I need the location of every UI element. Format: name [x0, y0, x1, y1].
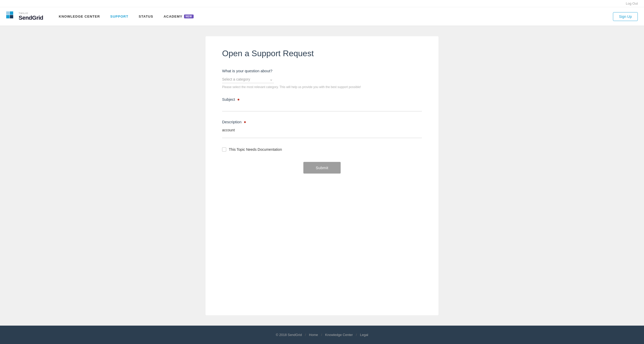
- logo-text: TWILIO SendGrid: [19, 12, 43, 21]
- nav-knowledge-center[interactable]: KNOWLEDGE CENTER: [59, 15, 100, 18]
- submit-button[interactable]: Submit: [303, 162, 341, 174]
- subject-label-row: Subject ●: [222, 97, 422, 102]
- description-input[interactable]: account: [222, 126, 422, 138]
- nav-status[interactable]: STATUS: [139, 15, 153, 18]
- signup-button[interactable]: Sign Up: [613, 12, 638, 21]
- description-section: Description ● account: [222, 120, 422, 139]
- svg-rect-2: [6, 15, 10, 18]
- academy-new-badge: NEW: [184, 15, 194, 18]
- category-section: What is your question about? Select a ca…: [222, 69, 422, 89]
- nav-academy[interactable]: ACADEMY NEW: [164, 15, 194, 18]
- logo-sendgrid-text: SendGrid: [19, 15, 43, 21]
- subject-required-indicator: ●: [237, 97, 240, 102]
- top-bar: Log Out: [0, 0, 644, 7]
- footer: © 2018 SendGrid / Home / Knowledge Cente…: [0, 326, 644, 344]
- subject-label: Subject: [222, 97, 235, 102]
- form-container: Open a Support Request What is your ques…: [206, 36, 438, 315]
- category-select[interactable]: Select a category Billing Account Delive…: [222, 76, 274, 83]
- svg-rect-0: [6, 11, 10, 15]
- svg-rect-1: [10, 11, 13, 15]
- category-hint: Please select the most relevant category…: [222, 85, 422, 89]
- logout-link[interactable]: Log Out: [626, 2, 638, 5]
- nav-links: KNOWLEDGE CENTER SUPPORT STATUS ACADEMY …: [59, 15, 613, 18]
- page-title: Open a Support Request: [222, 49, 422, 58]
- academy-label: ACADEMY: [164, 15, 182, 18]
- checkbox-section: This Topic Needs Documentation: [222, 147, 422, 152]
- category-select-wrapper: Select a category Billing Account Delive…: [222, 76, 274, 83]
- footer-home-link[interactable]: Home: [309, 333, 318, 337]
- category-label: What is your question about?: [222, 69, 422, 73]
- svg-rect-3: [10, 15, 13, 18]
- description-label: Description: [222, 120, 242, 124]
- footer-links: © 2018 SendGrid / Home / Knowledge Cente…: [5, 333, 639, 337]
- footer-knowledge-center-link[interactable]: Knowledge Center: [325, 333, 353, 337]
- main-content: Open a Support Request What is your ques…: [0, 26, 644, 326]
- needs-documentation-checkbox[interactable]: [222, 147, 226, 152]
- navbar: TWILIO SendGrid KNOWLEDGE CENTER SUPPORT…: [0, 7, 644, 26]
- footer-sep-1: /: [305, 333, 306, 337]
- footer-sep-3: /: [356, 333, 357, 337]
- submit-section: Submit: [222, 162, 422, 174]
- description-label-row: Description ●: [222, 120, 422, 124]
- footer-sep-2: /: [321, 333, 322, 337]
- logo-link[interactable]: TWILIO SendGrid: [6, 11, 43, 22]
- needs-documentation-label[interactable]: This Topic Needs Documentation: [229, 147, 282, 152]
- logo-twilio-text: TWILIO: [19, 12, 43, 15]
- nav-support[interactable]: SUPPORT: [110, 15, 128, 18]
- subject-input[interactable]: [222, 104, 422, 111]
- footer-legal-link[interactable]: Legal: [360, 333, 368, 337]
- description-required-indicator: ●: [244, 120, 246, 124]
- footer-copyright: © 2018 SendGrid: [276, 333, 302, 337]
- sendgrid-logo-icon: [6, 11, 17, 22]
- subject-section: Subject ●: [222, 97, 422, 111]
